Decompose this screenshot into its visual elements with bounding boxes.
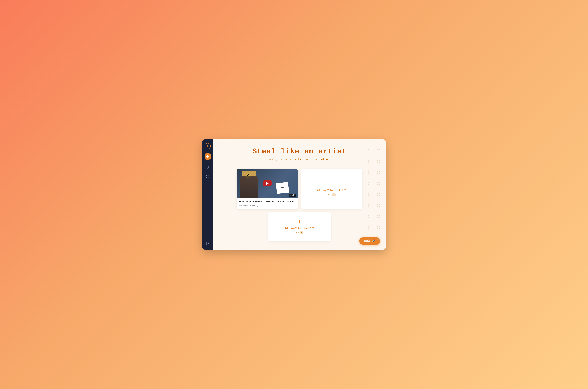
lightbulb-icon: [206, 165, 209, 169]
video-thumbnail: ⚡ SCRIPTS 50:31: [237, 169, 298, 198]
cards-grid: ⚡ SCRIPTS 50:31 How I Write & Use SCRIPT…: [237, 169, 362, 241]
sidebar: [202, 139, 213, 250]
shortcut-plus-2: +: [330, 194, 331, 196]
video-duration: 50:31: [289, 194, 296, 197]
add-card-shortcut-2: ⌘ + V: [328, 194, 336, 196]
video-info: How I Write & Use SCRIPTS for YouTube Vi…: [237, 198, 298, 209]
page-title: Steal like an artist: [252, 147, 347, 156]
shortcut-key-2: V: [332, 194, 336, 196]
add-card-label-3: Add YouTube Link 3/3: [285, 227, 314, 230]
next-button-label: Next: [364, 239, 370, 242]
video-card[interactable]: ⚡ SCRIPTS 50:31 How I Write & Use SCRIPT…: [237, 169, 298, 209]
thumbnail-lightning-icon: ⚡: [246, 171, 250, 180]
svg-point-0: [207, 176, 208, 177]
plus-icon: [206, 155, 209, 158]
gear-icon: [206, 175, 209, 178]
rocket-icon: 🚀: [372, 239, 375, 243]
chevron-right-icon: [207, 145, 209, 147]
add-card-shortcut-3: ⌘ + V: [296, 231, 303, 234]
add-plus-icon-3: +: [298, 220, 301, 226]
add-plus-icon-2: +: [330, 182, 334, 188]
shortcut-cmd-3: ⌘: [296, 231, 297, 234]
app-container: Steal like an artist Unleash your creati…: [202, 139, 386, 250]
shortcut-cmd-2: ⌘: [328, 194, 329, 196]
main-content: Steal like an artist Unleash your creati…: [213, 139, 386, 250]
shortcut-plus-3: +: [298, 232, 299, 234]
video-title: How I Write & Use SCRIPTS for YouTube Vi…: [239, 200, 295, 203]
sidebar-expand-button[interactable]: [205, 143, 211, 149]
play-button[interactable]: [263, 180, 272, 186]
next-button[interactable]: Next 🚀: [359, 237, 380, 245]
video-meta: 48K views • 1 hour ago: [239, 204, 295, 207]
sidebar-add-button[interactable]: [205, 154, 211, 160]
add-youtube-link-2[interactable]: + Add YouTube Link 2/3 ⌘ + V: [301, 169, 362, 209]
sidebar-logout-button[interactable]: [205, 240, 210, 246]
sidebar-item-idea[interactable]: [205, 164, 210, 170]
thumbnail-paper: SCRIPTS: [276, 182, 289, 194]
sidebar-item-settings[interactable]: [205, 174, 210, 179]
logout-icon: [206, 241, 209, 245]
shortcut-key-3: V: [300, 231, 303, 234]
add-youtube-link-3[interactable]: + Add YouTube Link 3/3 ⌘ + V: [268, 212, 331, 241]
page-subtitle: Unleash your creativity, one video at a …: [263, 158, 336, 161]
add-card-label-2: Add YouTube Link 2/3: [317, 189, 346, 192]
